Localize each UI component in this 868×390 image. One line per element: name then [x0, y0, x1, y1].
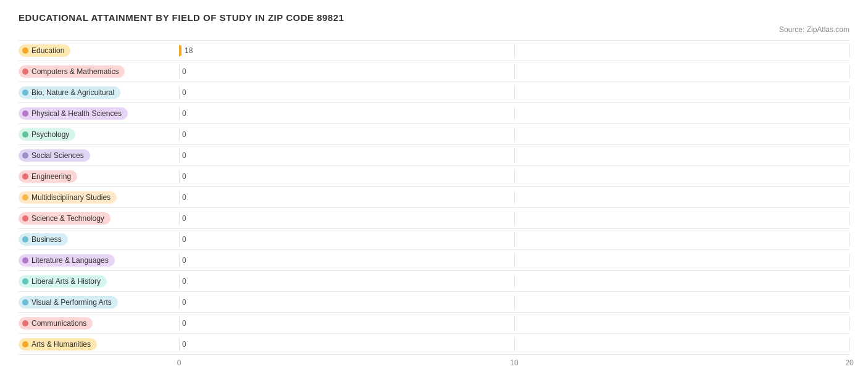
x-axis: 01020	[179, 355, 849, 367]
bar-row: Education18	[19, 40, 849, 61]
label-pill: Engineering	[19, 170, 77, 183]
pill-dot	[22, 215, 28, 222]
bar-value-label: 0	[182, 256, 186, 265]
bar-row: Bio, Nature & Agricultural0	[19, 82, 849, 103]
label-pill: Education	[19, 44, 70, 57]
grid-line	[849, 65, 850, 78]
pill-dot	[22, 131, 28, 138]
bar-label-area: Business	[19, 233, 179, 246]
bar-label-text: Liberal Arts & History	[31, 277, 101, 286]
x-tick-label: 10	[510, 359, 518, 367]
bar-value-label: 0	[182, 319, 186, 328]
grid-line	[514, 275, 515, 288]
bar-inner: 0	[179, 107, 186, 120]
pill-dot	[22, 194, 28, 201]
grid-line	[849, 44, 850, 57]
bar-container: 0	[179, 86, 849, 99]
pill-dot	[22, 110, 28, 117]
bar-label-text: Visual & Performing Arts	[31, 298, 112, 307]
bar-label-text: Education	[31, 46, 64, 55]
label-pill: Literature & Languages	[19, 254, 115, 267]
bar-inner: 0	[179, 254, 186, 267]
grid-line	[849, 191, 850, 204]
bar-value-label: 0	[182, 298, 186, 307]
bar-value-label: 0	[182, 151, 186, 160]
bar-row: Psychology0	[19, 124, 849, 145]
label-pill: Visual & Performing Arts	[19, 296, 118, 309]
page-container: EDUCATIONAL ATTAINMENT BY FIELD OF STUDY…	[19, 12, 849, 367]
grid-line	[514, 107, 515, 120]
grid-line	[849, 254, 850, 267]
bar-inner: 0	[179, 170, 186, 183]
grid-line	[849, 149, 850, 162]
chart-area: Education18Computers & Mathematics0Bio, …	[19, 40, 849, 355]
label-pill: Social Sciences	[19, 149, 90, 162]
bar-label-text: Business	[31, 235, 62, 244]
grid-line	[514, 128, 515, 141]
bar-container: 0	[179, 128, 849, 141]
grid-line	[849, 317, 850, 330]
label-pill: Physical & Health Sciences	[19, 107, 128, 120]
bar-row: Visual & Performing Arts0	[19, 292, 849, 313]
label-pill: Science & Technology	[19, 212, 111, 225]
source-label: Source: ZipAtlas.com	[19, 25, 849, 34]
grid-line	[849, 233, 850, 246]
bar-label-text: Literature & Languages	[31, 256, 109, 265]
x-tick-label: 20	[845, 359, 853, 367]
grid-line	[849, 212, 850, 225]
pill-dot	[22, 236, 28, 243]
bar-container: 0	[179, 212, 849, 225]
grid-line	[849, 296, 850, 309]
label-pill: Multidisciplinary Studies	[19, 191, 117, 204]
bar-container: 0	[179, 149, 849, 162]
grid-line	[849, 128, 850, 141]
bar-label-text: Science & Technology	[31, 214, 104, 223]
bar-row: Arts & Humanities0	[19, 334, 849, 355]
bar-label-area: Arts & Humanities	[19, 338, 179, 351]
grid-line	[514, 338, 515, 351]
grid-line	[514, 149, 515, 162]
bar-row: Social Sciences0	[19, 145, 849, 166]
bar-row: Multidisciplinary Studies0	[19, 187, 849, 208]
grid-line	[849, 86, 850, 99]
bar-value-label: 0	[182, 130, 186, 139]
grid-line	[514, 191, 515, 204]
bar-value-label: 0	[182, 277, 186, 286]
bar-label-text: Arts & Humanities	[31, 340, 91, 349]
bar-label-text: Physical & Health Sciences	[31, 109, 122, 118]
bar-value-label: 0	[182, 109, 186, 118]
bar-container: 18	[179, 44, 849, 57]
bar-container: 0	[179, 338, 849, 351]
bar-container: 0	[179, 65, 849, 78]
bar-row: Business0	[19, 229, 849, 250]
label-pill: Computers & Mathematics	[19, 65, 125, 78]
pill-dot	[22, 48, 28, 54]
bar-label-text: Communications	[31, 319, 86, 328]
pill-dot	[22, 68, 28, 75]
bar-label-text: Psychology	[31, 130, 69, 139]
bar-container: 0	[179, 317, 849, 330]
grid-line	[514, 212, 515, 225]
grid-line	[849, 170, 850, 183]
grid-line	[514, 170, 515, 183]
bar-label-text: Social Sciences	[31, 151, 84, 160]
bar-inner: 0	[179, 296, 186, 309]
bar-container: 0	[179, 254, 849, 267]
grid-line	[849, 338, 850, 351]
bar-label-area: Social Sciences	[19, 149, 179, 162]
bar-row: Liberal Arts & History0	[19, 271, 849, 292]
pill-dot	[22, 257, 28, 263]
label-pill: Bio, Nature & Agricultural	[19, 86, 120, 99]
bar	[179, 45, 182, 56]
bar-inner: 18	[179, 44, 193, 57]
bar-row: Communications0	[19, 313, 849, 334]
bar-label-area: Liberal Arts & History	[19, 275, 179, 288]
chart-wrapper: Education18Computers & Mathematics0Bio, …	[19, 40, 849, 367]
grid-line	[514, 296, 515, 309]
bar-label-text: Bio, Nature & Agricultural	[31, 88, 114, 97]
bar-row: Engineering0	[19, 166, 849, 187]
bar-inner: 0	[179, 317, 186, 330]
bar-label-area: Psychology	[19, 128, 179, 141]
bar-inner: 0	[179, 149, 186, 162]
bar-value-label: 18	[185, 46, 193, 55]
